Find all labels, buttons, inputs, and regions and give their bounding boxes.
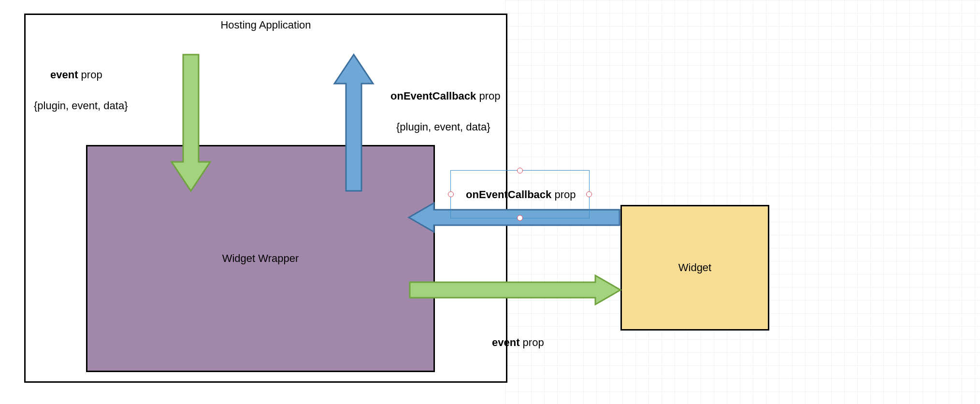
blue-up-arrow-icon (334, 55, 373, 191)
event-prop-top-sub: {plugin, event, data} (34, 100, 128, 112)
event-prop-bottom-rest: prop (519, 336, 544, 348)
oneventcallback-top-bold: onEventCallback (390, 90, 476, 102)
hosting-title: Hosting Application (26, 19, 506, 31)
selection-handle-top[interactable] (517, 168, 523, 173)
event-prop-top-bold: event (50, 69, 78, 81)
oneventcallback-mid-label[interactable]: onEventCallback prop (466, 188, 576, 201)
event-prop-top-label: event prop (50, 69, 102, 81)
event-prop-bottom-bold: event (492, 336, 519, 348)
oneventcallback-top-rest: prop (476, 90, 500, 102)
event-prop-top-rest: prop (78, 69, 102, 81)
selection-handle-bottom[interactable] (517, 215, 523, 221)
green-down-arrow-icon (172, 55, 210, 191)
widget-box: Widget (620, 205, 769, 331)
widget-wrapper-title: Widget Wrapper (222, 252, 299, 265)
selection-handle-left[interactable] (448, 191, 454, 197)
oneventcallback-mid-rest: prop (551, 188, 576, 201)
oneventcallback-top-sub: {plugin, event, data} (396, 121, 490, 133)
oneventcallback-mid-bold: onEventCallback (466, 188, 551, 201)
oneventcallback-top-label: onEventCallback prop (390, 90, 500, 102)
event-prop-bottom-label: event prop (492, 336, 544, 349)
widget-title: Widget (678, 261, 711, 274)
selection-handle-right[interactable] (586, 191, 592, 197)
widget-wrapper-box: Widget Wrapper (86, 145, 435, 372)
green-right-arrow-icon (410, 275, 620, 304)
